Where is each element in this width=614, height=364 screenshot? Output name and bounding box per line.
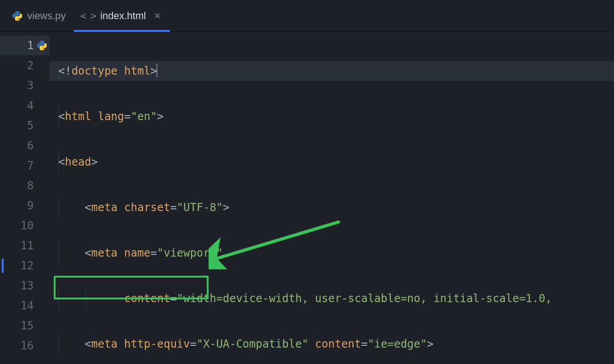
tab-index-html[interactable]: < > index.html ✕ (74, 0, 170, 31)
gutter-line[interactable]: 15 (0, 316, 49, 336)
editor: 1 2 3 4 5 6 7 8 9 10 11 12 13 14 15 16 <… (0, 32, 614, 364)
tab-views-py[interactable]: views.py (5, 0, 74, 31)
gutter-line[interactable]: 5 (0, 116, 49, 136)
gutter-line[interactable]: 14 (0, 296, 49, 316)
tab-bar: views.py < > index.html ✕ (0, 0, 614, 32)
caret (157, 64, 158, 77)
gutter-line[interactable]: 6 (0, 136, 49, 156)
code-line: content="width=device-width, user-scalab… (49, 288, 614, 308)
gutter-line[interactable]: 4 (0, 96, 49, 116)
gutter-line[interactable]: 9 (0, 196, 49, 216)
gutter-line[interactable]: 2 (0, 56, 49, 76)
python-icon (36, 40, 47, 51)
gutter-line[interactable]: 12 (0, 256, 49, 276)
gutter-line[interactable]: 11 (0, 236, 49, 256)
gutter-line[interactable]: 7 (0, 156, 49, 176)
gutter-line[interactable]: 13 (0, 276, 49, 296)
gutter-line[interactable]: 10 (0, 216, 49, 236)
tab-label: views.py (27, 10, 66, 22)
gutter-line[interactable]: 3 (0, 76, 49, 96)
gutter-line[interactable]: 16 (0, 336, 49, 356)
tab-label: index.html (100, 10, 146, 22)
close-icon[interactable]: ✕ (153, 11, 162, 21)
code-line: <meta charset="UTF-8"> (49, 197, 614, 217)
code-line: <html lang="en"> (49, 106, 614, 126)
python-icon (12, 10, 23, 21)
code-line: <!doctype html> (49, 61, 614, 81)
code-line: <head> (49, 152, 614, 172)
modified-marker (2, 258, 4, 273)
gutter-line[interactable]: 8 (0, 176, 49, 196)
gutter-line[interactable]: 1 (0, 35, 49, 56)
code-area[interactable]: <!doctype html> <html lang="en"> <head> … (49, 32, 614, 364)
code-icon: < > (80, 10, 96, 21)
code-line: <meta name="viewport" (49, 243, 614, 263)
gutter: 1 2 3 4 5 6 7 8 9 10 11 12 13 14 15 16 (0, 32, 49, 364)
code-line: <meta http-equiv="X-UA-Compatible" conte… (49, 334, 614, 354)
